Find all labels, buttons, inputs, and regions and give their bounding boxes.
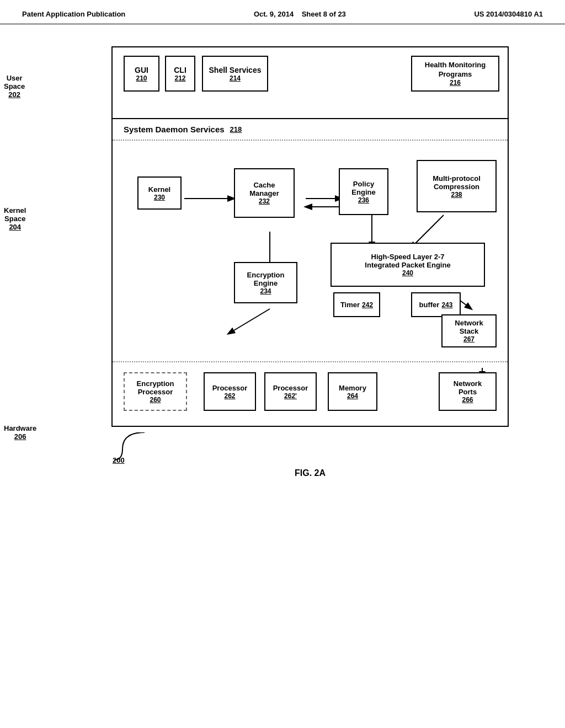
cli-box: CLI 212 [165,56,195,92]
gui-label: GUI [135,66,148,74]
kernel-box: Kernel 230 [137,176,182,210]
shell-box: Shell Services 214 [202,56,268,92]
kernel-space-section: Kernel 230 CacheManager 232 EncryptionEn… [113,141,508,362]
packet-engine-box: High-Speed Layer 2-7Integrated Packet En… [331,243,485,287]
diagram-box: GUI 210 CLI 212 Shell Services 214 Healt… [111,46,509,427]
timer-box: Timer 242 [333,292,380,317]
health-box: Health MonitoringPrograms 216 [411,56,499,92]
network-stack-box: NetworkStack 267 [441,314,497,347]
encryption-engine-box: EncryptionEngine 234 [234,262,297,303]
header-center: Oct. 9, 2014 Sheet 8 of 23 [254,10,346,18]
daemon-section: System Daemon Services 218 [113,119,508,141]
svg-line-7 [228,309,270,334]
user-space-label: UserSpace202 [4,74,25,99]
cli-num: 212 [174,74,185,82]
gui-num: 210 [136,74,147,82]
health-label: Health MonitoringPrograms [425,61,486,79]
daemon-label: System Daemon Services [124,125,225,134]
health-num: 216 [450,79,461,87]
header-left: Patent Application Publication [22,10,125,18]
hardware-section: EncryptionProcessor 260 Processor 262 Pr… [113,362,508,426]
memory-box: Memory 264 [328,372,377,411]
processor2-box: Processor 262' [264,372,317,411]
header-right: US 2014/0304810 A1 [474,10,543,18]
processor1-box: Processor 262 [204,372,256,411]
compression-box: Multi-protocolCompression 238 [417,160,497,212]
policy-engine-box: PolicyEngine 236 [339,168,388,215]
kernel-space-label: KernelSpace204 [4,206,26,231]
figure-caption: FIG. 2A [111,468,509,478]
gui-box: GUI 210 [124,56,159,92]
user-space-section: GUI 210 CLI 212 Shell Services 214 Healt… [113,47,508,119]
buffer-box: buffer 243 [411,292,461,317]
ref-200: 200 [113,456,125,464]
daemon-num: 218 [230,125,242,133]
shell-label: Shell Services [209,66,262,74]
cache-manager-box: CacheManager 232 [234,168,295,218]
page-header: Patent Application Publication Oct. 9, 2… [0,0,565,24]
hardware-label: Hardware206 [4,424,36,441]
cli-label: CLI [174,66,186,74]
network-ports-box: NetworkPorts 266 [439,372,497,411]
shell-num: 214 [230,74,241,82]
encryption-processor-box: EncryptionProcessor 260 [124,372,187,411]
